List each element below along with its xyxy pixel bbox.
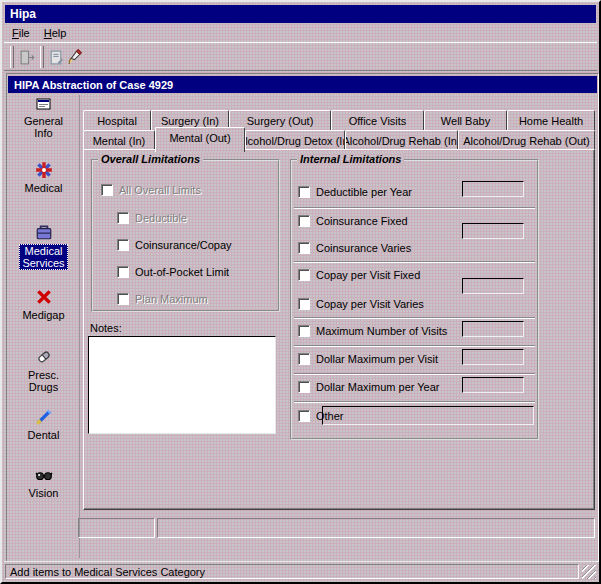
copay-per-visit-fixed-checkbox[interactable] [298, 269, 310, 281]
notes-textarea[interactable] [88, 336, 276, 434]
tab-alcohol-drug-detox-in[interactable]: Alcohol/Drug Detox (In) [245, 130, 345, 150]
other-field[interactable] [322, 406, 534, 425]
other-checkbox[interactable] [298, 410, 310, 422]
checkbox-label: Maximum Number of Visits [316, 325, 447, 337]
toolbar-gripper [10, 46, 14, 68]
checkbox-label: Plan Maximum [135, 293, 208, 305]
menu-help[interactable]: Help [44, 27, 67, 39]
coinsurance-fixed-checkbox[interactable] [298, 215, 310, 227]
toolbar-gripper [40, 46, 44, 68]
maximum-number-of-visits-checkbox[interactable] [298, 325, 310, 337]
form-icon [35, 96, 53, 112]
checkbox-row-coinsurance-varies: Coinsurance Varies [298, 241, 411, 255]
sidebar-item-label: Medical Services [19, 244, 67, 270]
tab-well-baby[interactable]: Well Baby [424, 110, 507, 130]
copay-per-visit-varies-checkbox[interactable] [298, 298, 310, 310]
glasses-icon [35, 466, 53, 484]
checkbox-row-out-of-pocket-limit: Out-of-Pocket Limit [117, 265, 229, 279]
separator [294, 207, 535, 209]
checkbox-row-deductible: Deductible [117, 211, 187, 225]
tab-page-mental-out: Overall Limitations All Overall Limits D… [83, 149, 595, 510]
checkbox-label: Deductible [135, 212, 187, 224]
sidebar-item-dental[interactable]: Dental [8, 408, 79, 441]
window-title: Hipa [10, 7, 36, 21]
sidebar-item-presc-drugs[interactable]: Presc. Drugs [8, 348, 79, 393]
deductible-per-year-checkbox[interactable] [298, 186, 310, 198]
menu-file[interactable]: File [12, 27, 30, 39]
exit-door-icon [19, 49, 36, 66]
tab-mental-in[interactable]: Mental (In) [83, 130, 155, 150]
sidebar-item-medical[interactable]: Medical [8, 161, 79, 194]
case-window-title-bar[interactable]: HIPA Abstraction of Case 4929 [8, 76, 597, 93]
checkbox-row-coinsurance-fixed: Coinsurance Fixed [298, 214, 408, 228]
inner-status-cell-left [78, 518, 155, 538]
status-bar: Add items to Medical Services Category [4, 561, 597, 580]
checkbox-label: Coinsurance/Copay [135, 239, 232, 251]
doctor-bag-icon [35, 223, 53, 241]
checkbox-label: Deductible per Year [316, 186, 412, 198]
checkbox-row-deductible-per-year: Deductible per Year [298, 185, 412, 199]
coinsurance-varies-checkbox[interactable] [298, 242, 310, 254]
separator [294, 401, 535, 403]
plan-maximum-checkbox[interactable] [117, 293, 129, 305]
hand-write-icon [66, 49, 83, 66]
internal-limitations-title: Internal Limitations [297, 153, 404, 165]
checkbox-label: Out-of-Pocket Limit [135, 266, 229, 278]
checkbox-row-maximum-number-of-visits: Maximum Number of Visits [298, 324, 447, 338]
overall-limitations-title: Overall Limitations [98, 153, 203, 165]
overall-limitations-group: Overall Limitations All Overall Limits D… [91, 159, 280, 312]
separator [294, 317, 535, 319]
checkbox-row-copay-per-visit-varies: Copay per Visit Varies [298, 297, 424, 311]
checkbox-label: Copay per Visit Varies [316, 298, 424, 310]
separator [294, 261, 535, 263]
dollar-maximum-per-visit-field[interactable] [462, 349, 524, 365]
internal-limitations-group: Internal Limitations Deductible per Year… [290, 159, 539, 440]
tab-alcohol-drug-rehab-in[interactable]: Alcohol/Drug Rehab (In) [345, 130, 458, 150]
dollar-maximum-per-visit-checkbox[interactable] [298, 353, 310, 365]
deductible-checkbox[interactable] [117, 212, 129, 224]
copay-per-visit-field[interactable] [462, 278, 524, 294]
status-message: Add items to Medical Services Category [5, 564, 579, 579]
maximum-number-of-visits-field[interactable] [462, 321, 524, 337]
client-area: HIPA Abstraction of Case 4929 General In… [6, 73, 599, 562]
coinsurance-field[interactable] [462, 223, 524, 239]
notes-label: Notes: [90, 322, 122, 334]
hand-write-button[interactable] [64, 46, 85, 68]
inner-status-cell-right [157, 518, 595, 538]
tab-mental-out[interactable]: Mental (Out) [155, 127, 245, 152]
toolbar [4, 42, 597, 71]
tab-home-health[interactable]: Home Health [507, 110, 595, 130]
checkbox-label: Copay per Visit Fixed [316, 269, 420, 281]
inner-status-strip [78, 518, 595, 538]
sidebar-item-medical-services[interactable]: Medical Services [8, 223, 79, 270]
checkbox-label: Coinsurance Varies [316, 242, 411, 254]
checkbox-row-copay-per-visit-fixed: Copay per Visit Fixed [298, 268, 420, 282]
checkbox-label: Dollar Maximum per Visit [316, 353, 438, 365]
sidebar-item-label: Medical [25, 182, 63, 194]
tab-hospital[interactable]: Hospital [83, 110, 151, 130]
toothbrush-icon [35, 408, 53, 426]
app-window: Hipa File Help HIPA Abstraction of Case … [0, 0, 601, 584]
category-sidebar: General Info Medical Medical Services Me… [8, 95, 80, 558]
tab-office-visits[interactable]: Office Visits [331, 110, 424, 130]
exit-button[interactable] [17, 46, 38, 68]
sidebar-item-medigap[interactable]: Medigap [8, 288, 79, 321]
checkbox-label: Coinsurance Fixed [316, 215, 408, 227]
tab-alcohol-drug-rehab-out[interactable]: Alcohol/Drug Rehab (Out) [458, 130, 595, 150]
out-of-pocket-limit-checkbox[interactable] [117, 266, 129, 278]
sidebar-item-label: Presc. Drugs [28, 369, 59, 393]
sidebar-item-vision[interactable]: Vision [8, 466, 79, 499]
dollar-maximum-per-year-checkbox[interactable] [298, 381, 310, 393]
dollar-maximum-per-year-field[interactable] [462, 377, 524, 393]
coinsurance-copay-checkbox[interactable] [117, 239, 129, 251]
resize-grip-icon[interactable] [582, 565, 596, 579]
menu-bar: File Help [5, 24, 596, 41]
pill-icon [35, 348, 53, 366]
window-title-bar[interactable]: Hipa [5, 5, 596, 23]
deductible-per-year-field[interactable] [462, 181, 524, 197]
sidebar-item-general-info[interactable]: General Info [8, 96, 79, 139]
checkbox-row-coinsurance-copay: Coinsurance/Copay [117, 238, 232, 252]
checkbox-label: Dollar Maximum per Year [316, 381, 440, 393]
all-overall-limits-checkbox[interactable] [101, 184, 113, 196]
sidebar-item-label: General Info [24, 115, 63, 139]
